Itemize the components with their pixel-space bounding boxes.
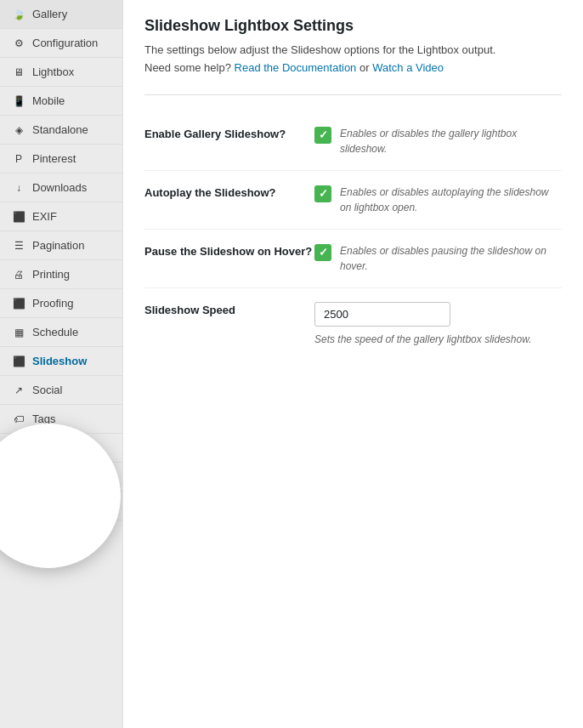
sidebar-item-label-woocommerce: WooCommerce [32, 470, 109, 483]
sidebar-item-label-social: Social [32, 384, 62, 396]
downloads-icon: ↓ [12, 182, 25, 194]
sidebar-item-label-tags: Tags [32, 412, 55, 425]
sidebar-item-label-downloads: Downloads [32, 181, 87, 194]
setting-control-pause-on-hover: Enables or disables pausing the slidesho… [314, 243, 562, 274]
sidebar-item-woocommerce[interactable]: 🛒 WooCommerce [0, 463, 122, 492]
sidebar-item-label-gallery: Gallery [32, 8, 67, 20]
sidebar-item-mobile[interactable]: 📱 Mobile [0, 87, 122, 116]
sidebar-item-social[interactable]: ↗ Social [0, 376, 122, 405]
settings-table: Enable Gallery Slideshow?Enables or disa… [144, 112, 562, 359]
page-title: Slideshow Lightbox Settings [144, 17, 562, 35]
sidebar-item-configuration[interactable]: ⚙ Configuration [0, 29, 122, 58]
sidebar-item-label-zoom: Zoom [32, 499, 60, 512]
sidebar-item-standalone[interactable]: ◈ Standalone [0, 116, 122, 145]
pagination-icon: ☰ [12, 240, 25, 252]
setting-control-slideshow-speed: Sets the speed of the gallery lightbox s… [314, 302, 562, 345]
sidebar-item-zoom[interactable]: ⚙ Zoom [0, 492, 122, 520]
description-text: The settings below adjust the Slideshow … [144, 43, 495, 56]
setting-description-autoplay-slideshow: Enables or disables autoplaying the slid… [340, 185, 562, 215]
sidebar-item-label-schedule: Schedule [32, 326, 78, 338]
setting-label-autoplay-slideshow: Autoplay the Slideshow? [144, 185, 314, 199]
sidebar-item-downloads[interactable]: ↓ Downloads [0, 173, 122, 202]
mobile-icon: 📱 [12, 95, 25, 107]
sidebar-item-proofing[interactable]: ⬛ Proofing [0, 289, 122, 318]
sidebar-item-label-printing: Printing [32, 268, 70, 281]
checkbox-autoplay-slideshow[interactable] [314, 185, 331, 202]
setting-description-slideshow-speed: Sets the speed of the gallery lightbox s… [314, 333, 532, 345]
settings-row-pause-on-hover: Pause the Slideshow on Hover?Enables or … [144, 230, 562, 288]
watermarking-icon: 🔒 [12, 442, 25, 454]
tags-icon: 🏷 [12, 413, 25, 425]
sidebar-item-exif[interactable]: ⬛ EXIF [0, 202, 122, 231]
main-content: Slideshow Lightbox Settings The settings… [123, 0, 583, 728]
printing-icon: 🖨 [12, 269, 25, 281]
divider [144, 94, 562, 95]
sidebar-item-slideshow[interactable]: ⬛ Slideshow [0, 347, 122, 376]
settings-row-slideshow-speed: Slideshow SpeedSets the speed of the gal… [144, 288, 562, 359]
standalone-icon: ◈ [12, 124, 25, 136]
setting-description-enable-gallery-slideshow: Enables or disables the gallery lightbox… [340, 126, 562, 156]
setting-label-enable-gallery-slideshow: Enable Gallery Slideshow? [144, 126, 314, 140]
help-text: Need some help? [144, 61, 231, 74]
sidebar-item-label-watermarking: Watermarking [32, 441, 100, 454]
lightbox-icon: 🖥 [12, 66, 25, 78]
sidebar-item-label-mobile: Mobile [32, 94, 65, 107]
sidebar: 🍃 Gallery ⚙ Configuration 🖥 Lightbox 📱 M… [0, 0, 123, 728]
setting-control-enable-gallery-slideshow: Enables or disables the gallery lightbox… [314, 126, 562, 156]
slideshow-icon: ⬛ [12, 355, 25, 367]
configuration-icon: ⚙ [12, 37, 25, 49]
setting-control-autoplay-slideshow: Enables or disables autoplaying the slid… [314, 185, 562, 215]
sidebar-item-gallery[interactable]: 🍃 Gallery [0, 0, 122, 29]
sidebar-item-pinterest[interactable]: P Pinterest [0, 145, 122, 173]
or-text: or [359, 61, 370, 74]
schedule-icon: ▦ [12, 327, 25, 338]
sidebar-item-printing[interactable]: 🖨 Printing [0, 260, 122, 289]
setting-label-slideshow-speed: Slideshow Speed [144, 302, 314, 316]
sidebar-item-label-lightbox: Lightbox [32, 65, 74, 78]
exif-icon: ⬛ [12, 211, 25, 223]
setting-label-pause-on-hover: Pause the Slideshow on Hover? [144, 243, 314, 258]
sidebar-item-schedule[interactable]: ▦ Schedule [0, 318, 122, 347]
sidebar-item-label-pinterest: Pinterest [32, 152, 76, 165]
sidebar-item-pagination[interactable]: ☰ Pagination [0, 231, 122, 260]
checkbox-enable-gallery-slideshow[interactable] [314, 127, 331, 144]
woocommerce-icon: 🛒 [12, 471, 25, 483]
social-icon: ↗ [12, 384, 25, 396]
docs-link[interactable]: Read the Documentation [235, 61, 357, 74]
video-link[interactable]: Watch a Video [372, 61, 444, 74]
checkbox-pause-on-hover[interactable] [314, 244, 331, 261]
sidebar-item-label-standalone: Standalone [32, 123, 88, 136]
pinterest-icon: P [12, 153, 25, 165]
sidebar-item-tags[interactable]: 🏷 Tags [0, 405, 122, 434]
sidebar-item-label-exif: EXIF [32, 210, 57, 223]
sidebar-item-label-proofing: Proofing [32, 297, 73, 310]
sidebar-item-lightbox[interactable]: 🖥 Lightbox [0, 58, 122, 87]
settings-row-autoplay-slideshow: Autoplay the Slideshow?Enables or disabl… [144, 171, 562, 230]
proofing-icon: ⬛ [12, 298, 25, 310]
sidebar-item-label-slideshow: Slideshow [32, 355, 87, 367]
sidebar-item-label-configuration: Configuration [32, 37, 98, 49]
sidebar-item-watermarking[interactable]: 🔒 Watermarking [0, 434, 122, 463]
sidebar-item-label-pagination: Pagination [32, 239, 84, 252]
settings-row-enable-gallery-slideshow: Enable Gallery Slideshow?Enables or disa… [144, 112, 562, 171]
gallery-icon: 🍃 [12, 9, 25, 20]
zoom-icon: ⚙ [12, 500, 25, 512]
slideshow-speed-input[interactable] [314, 302, 450, 327]
page-description: The settings below adjust the Slideshow … [144, 42, 562, 77]
setting-description-pause-on-hover: Enables or disables pausing the slidesho… [340, 243, 562, 274]
